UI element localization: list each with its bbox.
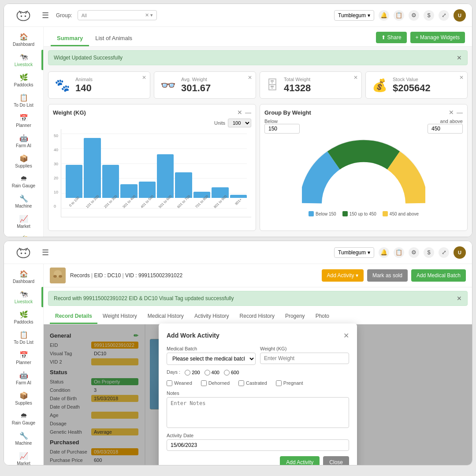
activity-date-input[interactable] <box>167 439 349 451</box>
sidebar-b-dashboard[interactable]: 🏠 Dashboard <box>4 267 43 287</box>
sidebar-b-planner[interactable]: 📅 Planner <box>4 348 43 368</box>
record-info: Records | EID : DC10 | VID : 99911500239… <box>70 272 182 279</box>
weight-chart-title: Weight (KG) <box>53 109 86 116</box>
svg-point-3 <box>25 253 26 254</box>
close-record-banner[interactable]: ✕ <box>457 295 462 302</box>
weaned-checkbox[interactable]: Weaned <box>167 380 192 386</box>
bar <box>175 172 192 198</box>
sidebar-b-livestock[interactable]: 🐄 Livestock <box>4 287 43 307</box>
tab-activity-history[interactable]: Activity History <box>189 309 234 324</box>
pregnant-checkbox[interactable]: Pregnant <box>276 380 303 386</box>
bar-group: 901+ <box>230 195 247 204</box>
sidebar-b-market[interactable]: 📈 Market <box>4 449 43 465</box>
expand-icon-bottom[interactable]: ⤢ <box>439 247 449 258</box>
notifications-icon-bottom[interactable]: 🔔 <box>379 247 389 258</box>
sidebar-item-market[interactable]: 📈 Market <box>4 212 43 232</box>
close-avgweight-card[interactable]: ✕ <box>248 74 252 81</box>
days-600-option[interactable]: 600 <box>224 370 239 376</box>
settings-icon-bottom[interactable]: ⚙ <box>409 247 419 258</box>
weight-kg-label: Weight (KG) <box>260 346 349 351</box>
tab-weight-history[interactable]: Weight History <box>97 309 142 324</box>
bar-group: 501 to 600 <box>157 154 174 204</box>
close-modal-button[interactable]: Close <box>323 456 349 465</box>
days-200-radio[interactable] <box>185 370 190 376</box>
below-input[interactable] <box>264 124 300 134</box>
sidebar-item-paddocks[interactable]: 🌿 Paddocks <box>4 70 43 90</box>
avatar[interactable]: U <box>454 9 466 22</box>
manage-widgets-button[interactable]: + Manage Widgets <box>410 32 465 43</box>
add-activity-submit[interactable]: Add Activity <box>280 456 320 465</box>
sidebar-item-planner[interactable]: 📅 Planner <box>4 111 43 131</box>
close-stockvalue-card[interactable]: ✕ <box>459 74 464 81</box>
tab-medical-history[interactable]: Medical History <box>142 309 189 324</box>
tab-summary[interactable]: Summary <box>51 31 89 46</box>
group-label: Group: <box>56 12 72 19</box>
supplies-icon: 📦 <box>19 154 28 163</box>
totalweight-icon: 🗄 <box>266 78 279 93</box>
tab-record-history[interactable]: Record History <box>234 309 280 324</box>
castrated-checkbox[interactable]: Castrated <box>238 380 267 386</box>
sidebar-b-supplies[interactable]: 📦 Supplies <box>4 388 43 409</box>
group-by-weight-title: Group By Weight <box>264 109 311 116</box>
dehorned-check[interactable] <box>201 380 207 386</box>
above-input[interactable] <box>428 124 463 134</box>
sidebar-item-raingauge[interactable]: 🌧 Rain Gauge <box>4 171 43 191</box>
modal-close-icon[interactable]: ✕ <box>343 331 349 340</box>
medical-batch-select[interactable]: Please select the medical batch <box>167 353 256 365</box>
add-activity-button[interactable]: Add Activity ▾ <box>322 269 364 282</box>
sidebar-b-paddocks[interactable]: 🌿 Paddocks <box>4 307 43 327</box>
avatar-bottom[interactable]: U <box>454 246 466 259</box>
weight-input[interactable] <box>260 353 349 364</box>
days-600-radio[interactable] <box>224 370 230 376</box>
add-medical-batch-button[interactable]: Add Medical Batch <box>411 269 466 282</box>
share-button[interactable]: ⬆ Share <box>376 32 406 43</box>
mark-as-sold-button[interactable]: Mark as sold <box>367 269 408 282</box>
clipboard-icon-bottom[interactable]: 📋 <box>394 247 404 258</box>
sidebar-item-farmai[interactable]: 🤖 Farm AI <box>4 131 43 151</box>
sidebar-item-supplies[interactable]: 📦 Supplies <box>4 151 43 171</box>
group-chart-close[interactable]: ✕ <box>449 109 454 116</box>
eid-label: EID : DC10 <box>94 272 121 279</box>
hamburger-bottom[interactable]: ☰ <box>42 248 49 257</box>
castrated-check[interactable] <box>238 380 244 386</box>
close-totalweight-card[interactable]: ✕ <box>353 74 358 81</box>
sidebar-item-dashboard[interactable]: 🏠 Dashboard <box>4 30 43 50</box>
sidebar-item-todo[interactable]: 📋 To Do List <box>4 90 43 111</box>
settings-icon[interactable]: ⚙ <box>409 10 419 21</box>
machine-icon: 🔧 <box>19 194 28 203</box>
sidebar-b-raingauge[interactable]: 🌧 Rain Gauge <box>4 409 43 428</box>
stat-card-avg-weight: ✕ 👓 Avg. Weight 301.67 <box>154 71 256 99</box>
notes-textarea[interactable] <box>167 397 349 428</box>
sidebar-b-machine[interactable]: 🔧 Machine <box>4 428 43 449</box>
close-banner-button[interactable]: ✕ <box>457 54 462 61</box>
units-select[interactable]: 100 <box>228 119 251 127</box>
weight-chart-minimize[interactable]: — <box>245 109 251 116</box>
tab-photo[interactable]: Photo <box>310 309 335 324</box>
dollar-icon-bottom[interactable]: $ <box>424 247 434 258</box>
sidebar-item-feed[interactable]: 🌾 Feed <box>4 232 43 237</box>
group-select[interactable]: All ✕ ▾ <box>78 10 157 20</box>
sidebar-b-farmai[interactable]: 🤖 Farm AI <box>4 368 43 388</box>
weight-chart-close[interactable]: ✕ <box>237 109 242 116</box>
clipboard-icon[interactable]: 📋 <box>394 10 404 21</box>
close-animals-card[interactable]: ✕ <box>142 74 146 81</box>
days-400-radio[interactable] <box>205 370 210 376</box>
dehorned-checkbox[interactable]: Dehorned <box>201 380 230 386</box>
sidebar-item-machine[interactable]: 🔧 Machine <box>4 191 43 212</box>
weaned-check[interactable] <box>167 380 172 386</box>
user-menu-bottom[interactable]: Tumblegum ▾ <box>334 247 374 258</box>
notifications-icon[interactable]: 🔔 <box>379 10 389 21</box>
tab-list-animals[interactable]: List of Animals <box>89 31 138 46</box>
tab-progeny[interactable]: Progeny <box>280 309 310 324</box>
sidebar-b-todo[interactable]: 📋 To Do List <box>4 327 43 348</box>
hamburger-menu[interactable]: ☰ <box>42 11 49 20</box>
dollar-icon[interactable]: $ <box>424 10 434 21</box>
days-200-option[interactable]: 200 <box>185 370 200 376</box>
sidebar-item-livestock[interactable]: 🐄 Livestock <box>4 50 43 70</box>
expand-icon[interactable]: ⤢ <box>439 10 449 21</box>
days-400-option[interactable]: 400 <box>205 370 219 376</box>
pregnant-check[interactable] <box>276 380 282 386</box>
tab-record-details[interactable]: Record Details <box>50 309 97 324</box>
user-menu[interactable]: Tumblegum ▾ <box>334 10 374 21</box>
group-chart-minimize[interactable]: — <box>457 109 463 116</box>
